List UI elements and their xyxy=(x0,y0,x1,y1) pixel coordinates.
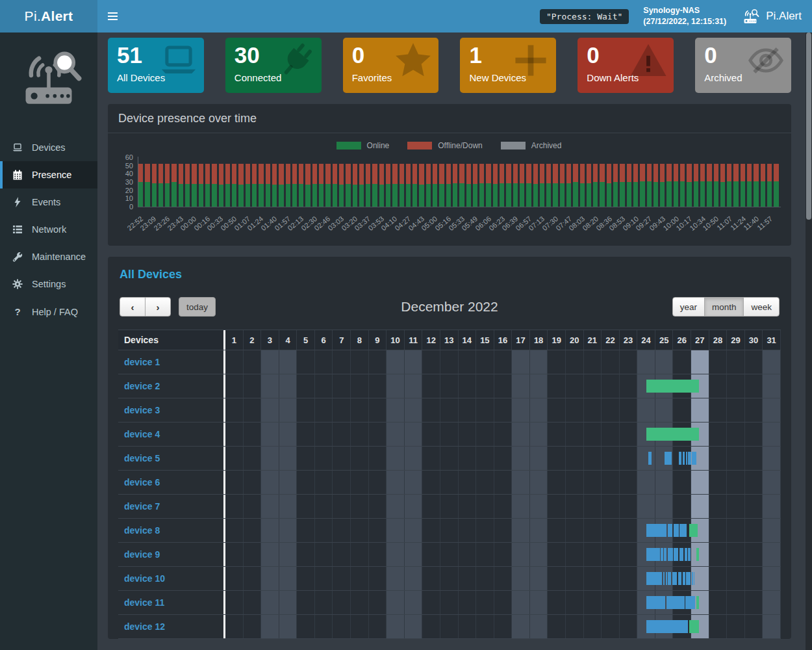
app-logo[interactable]: Pi.Alert xyxy=(0,0,97,32)
day-cell xyxy=(459,615,477,638)
card-down-alerts[interactable]: 0Down Alerts xyxy=(577,38,674,93)
calendar-prev-button[interactable]: ‹ xyxy=(120,297,146,317)
chart-bar xyxy=(333,164,337,207)
day-header-12: 12 xyxy=(422,330,440,350)
legend-item-archived: Archived xyxy=(501,141,562,150)
day-cell xyxy=(315,615,333,638)
presence-chart: 6050403020100 xyxy=(117,157,781,211)
day-cell xyxy=(225,543,244,566)
table-row: device 12 xyxy=(118,615,781,639)
presence-segment xyxy=(689,524,697,537)
device-link[interactable]: device 4 xyxy=(118,422,223,446)
card-new-devices[interactable]: 1New Devices xyxy=(460,38,556,93)
sidebar-item-settings[interactable]: Settings xyxy=(0,270,97,298)
sidebar-item-help-faq[interactable]: ?Help / FAQ xyxy=(0,298,97,326)
day-header-18: 18 xyxy=(530,330,548,350)
sidebar-item-network[interactable]: Network xyxy=(0,216,97,243)
day-cell xyxy=(763,519,781,542)
day-cell xyxy=(387,615,405,638)
device-link[interactable]: device 5 xyxy=(118,447,223,470)
day-cell xyxy=(530,422,548,446)
card-all-devices[interactable]: 51All Devices xyxy=(108,38,204,93)
day-cell xyxy=(387,374,405,398)
day-cell xyxy=(548,374,566,398)
device-link[interactable]: device 10 xyxy=(118,567,223,590)
day-cell xyxy=(279,543,298,566)
calendar-today-button[interactable]: today xyxy=(179,297,216,317)
day-cell xyxy=(405,471,423,494)
chart-bar xyxy=(593,164,598,207)
day-header-15: 15 xyxy=(476,330,494,350)
sidebar-item-label: Settings xyxy=(32,279,66,289)
laptop-icon xyxy=(12,142,23,153)
day-cell xyxy=(279,350,298,374)
day-cell xyxy=(620,350,638,374)
day-cell xyxy=(637,447,655,470)
device-timeline xyxy=(223,495,781,518)
day-cell xyxy=(476,615,494,638)
day-cell xyxy=(351,447,369,470)
device-link[interactable]: device 9 xyxy=(118,543,223,566)
device-link[interactable]: device 1 xyxy=(118,350,223,374)
day-cell xyxy=(530,567,548,590)
presence-segment xyxy=(686,452,687,465)
table-row: device 2 xyxy=(118,374,781,398)
calendar-view-month-button[interactable]: month xyxy=(704,297,744,317)
navbar-brand[interactable]: Pi.Alert xyxy=(741,8,802,25)
device-link[interactable]: device 11 xyxy=(118,591,223,614)
day-cell xyxy=(369,350,387,374)
day-cell xyxy=(369,447,387,470)
sidebar-item-devices[interactable]: Devices xyxy=(0,134,97,161)
day-cell xyxy=(459,350,477,374)
day-cell xyxy=(548,447,566,470)
day-cell xyxy=(459,519,477,542)
chart-bar xyxy=(687,164,691,207)
chart-bar xyxy=(259,164,263,207)
day-cell xyxy=(315,447,333,470)
device-link[interactable]: device 8 xyxy=(118,519,223,542)
calendar-view-year-button[interactable]: year xyxy=(672,297,705,317)
day-cell xyxy=(225,519,244,542)
card-favorites[interactable]: 0Favorites xyxy=(343,38,439,93)
day-cell xyxy=(405,447,423,470)
device-link[interactable]: device 7 xyxy=(118,495,223,518)
device-timeline xyxy=(223,519,781,542)
card-archived[interactable]: 0Archived xyxy=(695,38,791,93)
day-cell xyxy=(225,350,244,374)
calendar-view-week-button[interactable]: week xyxy=(743,297,780,317)
day-cell xyxy=(225,447,244,470)
sidebar-item-maintenance[interactable]: Maintenance xyxy=(0,243,97,270)
day-cell xyxy=(727,519,745,542)
y-tick-label: 30 xyxy=(125,178,133,186)
day-cell xyxy=(566,350,584,374)
chart-bar xyxy=(453,164,457,207)
day-cell xyxy=(566,398,584,422)
device-link[interactable]: device 2 xyxy=(118,374,223,398)
device-link[interactable]: device 3 xyxy=(118,398,223,422)
sidebar-item-events[interactable]: Events xyxy=(0,188,97,216)
day-cell xyxy=(691,471,709,494)
device-timeline xyxy=(223,422,781,446)
presence-segment xyxy=(683,452,685,465)
device-timeline xyxy=(223,350,781,374)
presence-segment xyxy=(646,428,699,441)
day-cell xyxy=(637,398,655,422)
card-connected[interactable]: 30Connected xyxy=(225,38,322,93)
scrollbar-thumb[interactable] xyxy=(806,32,811,220)
day-cell xyxy=(369,398,387,422)
day-cell xyxy=(709,519,728,542)
chart-bar xyxy=(754,164,758,207)
chart-bar xyxy=(714,164,718,207)
chart-bar xyxy=(633,164,638,207)
day-header-2: 2 xyxy=(244,330,262,350)
device-link[interactable]: device 12 xyxy=(118,615,223,638)
calendar-next-button[interactable]: › xyxy=(145,297,171,317)
table-row: device 6 xyxy=(118,471,781,495)
day-cell xyxy=(530,591,548,614)
day-cell xyxy=(548,495,566,518)
sidebar-toggle-button[interactable] xyxy=(97,0,127,32)
device-link[interactable]: device 6 xyxy=(118,471,223,494)
sidebar-item-presence[interactable]: Presence xyxy=(0,161,97,188)
sidebar-menu: DevicesPresenceEventsNetworkMaintenanceS… xyxy=(0,134,97,326)
day-cell xyxy=(494,519,513,542)
